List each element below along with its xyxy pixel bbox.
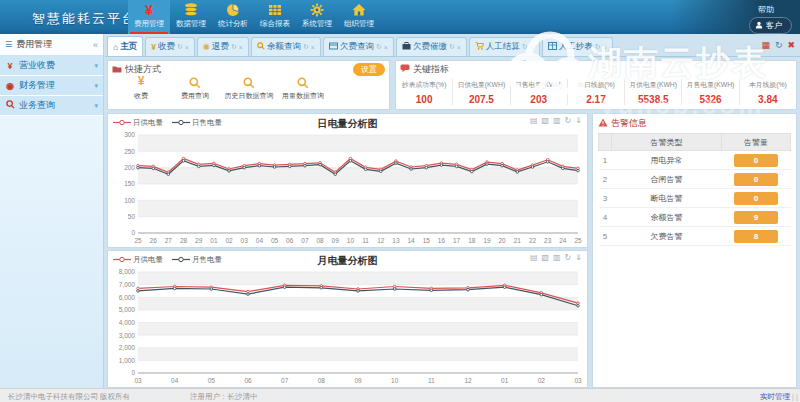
svg-text:5,000: 5,000 [119, 306, 136, 313]
nav-item-fee-management[interactable]: ¥ 费用管理 [128, 0, 170, 34]
indicator-day-supply: 日供电量(KWH) 207.5 [452, 79, 509, 105]
tab-close-icon[interactable]: × [239, 44, 243, 51]
tab-manual-reading[interactable]: 人工抄表 ↻ × [542, 37, 613, 56]
indicator-value: 5538.5 [625, 94, 681, 105]
tab-label: 欠费查询 [340, 41, 374, 53]
restore-icon[interactable]: ↻ [565, 116, 572, 125]
legend-item[interactable]: 月供电量 [113, 255, 163, 265]
tab-refresh-icon[interactable]: ↻ [595, 43, 601, 51]
legend-marker [172, 256, 190, 265]
tab-refresh-icon[interactable]: ↻ [303, 43, 309, 51]
tab-refund[interactable]: ❋ 退费 ↻ × [197, 37, 249, 56]
quick-item-label: 收费 [134, 92, 148, 99]
bar-chart-icon[interactable]: ▥ [553, 253, 561, 262]
indicator-value: 100 [396, 94, 452, 105]
tab-label: 余额查询 [267, 41, 301, 53]
table-row[interactable]: 1 用电异常 0 [599, 151, 791, 170]
download-icon[interactable]: ⇓ [575, 116, 582, 125]
tab-refresh-icon[interactable]: ↻ [376, 43, 382, 51]
tab-manual-settlement[interactable]: 人工结算 ↻ × [469, 37, 540, 56]
svg-text:25: 25 [574, 237, 582, 244]
table-row[interactable]: 4 余额告警 9 [599, 208, 791, 227]
bar-chart-icon[interactable]: ▥ [553, 116, 561, 125]
legend-item[interactable]: 月售电量 [172, 255, 222, 265]
tab-close-icon[interactable]: × [530, 44, 534, 51]
grid-icon [548, 42, 557, 52]
legend-marker [113, 119, 131, 128]
alarm-row-num: 1 [599, 151, 612, 170]
help-link[interactable]: 帮助 [758, 4, 774, 15]
dataview-icon[interactable]: ▤ [530, 116, 538, 125]
tab-bar: ⌂ 主页 ¥ 收费 ↻ × ❋ 退费 ↻ × 余额查询 ↻ × 欠费查询 [105, 36, 800, 57]
indicators-panel-title: 关键指标 [413, 63, 449, 76]
line-chart-icon[interactable]: ▧ [541, 116, 549, 125]
svg-text:12: 12 [377, 237, 385, 244]
svg-text:14: 14 [407, 237, 415, 244]
table-row[interactable]: 3 断电告警 0 [599, 189, 791, 208]
svg-text:02: 02 [538, 377, 546, 384]
settings-button[interactable]: 设置 [353, 63, 385, 76]
download-icon[interactable]: ⇓ [575, 253, 582, 262]
svg-text:02: 02 [225, 237, 233, 244]
line-chart-icon[interactable]: ▧ [541, 253, 549, 262]
nav-item-data-management[interactable]: 数据管理 [170, 0, 212, 34]
svg-text:04: 04 [256, 237, 264, 244]
svg-text:05: 05 [271, 237, 279, 244]
menu-icon: ☰ [5, 40, 12, 49]
grid-control-icon[interactable]: ▦ [761, 40, 770, 50]
alarm-row-type: 合闸告警 [612, 170, 722, 189]
tab-close-icon[interactable]: × [311, 44, 315, 51]
status-bar: 长沙清中电子科技有限公司 版权所有 注册用户：长沙清中 实时管理 | | [0, 388, 800, 402]
nav-label: 系统管理 [296, 19, 338, 29]
alarm-count-badge: 8 [734, 230, 778, 243]
svg-text:23: 23 [544, 237, 552, 244]
tab-refresh-icon[interactable]: ↻ [449, 43, 455, 51]
svg-text:100: 100 [124, 197, 135, 204]
nav-item-reports[interactable]: 综合报表 [254, 0, 296, 34]
restore-icon[interactable]: ↻ [565, 253, 572, 262]
quick-item-charge[interactable]: ¥ 收费 [114, 77, 168, 100]
user-button[interactable]: 客户 [749, 17, 792, 34]
tab-refresh-icon[interactable]: ↻ [231, 43, 237, 51]
chevron-down-icon: ▾ [94, 102, 98, 110]
nav-item-system[interactable]: 系统管理 [296, 0, 338, 34]
tab-close-icon[interactable]: × [457, 44, 461, 51]
sidebar: ☰ 费用管理 « ¥ 营业收费 ▾ ◉ 财务管理 ▾ 业务查询 ▾ [0, 34, 104, 388]
tab-charge[interactable]: ¥ 收费 ↻ × [145, 37, 195, 56]
close-icon[interactable]: ✖ [787, 40, 795, 50]
tab-refresh-icon[interactable]: ↻ [177, 43, 183, 51]
footer-link[interactable]: 实时管理 [760, 392, 790, 402]
table-row[interactable]: 5 欠费告警 8 [599, 227, 791, 246]
tab-close-icon[interactable]: × [185, 44, 189, 51]
quick-items: ¥ 收费 费用查询 历史日数据查询 用量数据查询 [108, 76, 389, 100]
svg-text:04: 04 [171, 377, 179, 384]
tab-label: 人工抄表 [559, 41, 593, 53]
pie-chart-icon [212, 0, 254, 19]
nav-item-organization[interactable]: 组织管理 [338, 0, 380, 34]
briefcase-icon [402, 42, 411, 52]
nav-item-statistics[interactable]: 统计分析 [212, 0, 254, 34]
tab-balance-query[interactable]: 余额查询 ↻ × [251, 37, 321, 56]
quick-item-usage-query[interactable]: 用量数据查询 [276, 77, 330, 100]
sidebar-item-billing[interactable]: ¥ 营业收费 ▾ [0, 56, 103, 76]
table-row[interactable]: 2 合闸告警 0 [599, 170, 791, 189]
chart-toolbox: ▤ ▧ ▥ ↻ ⇓ [530, 253, 582, 262]
collapse-icon[interactable]: « [93, 40, 98, 50]
dataview-icon[interactable]: ▤ [530, 253, 538, 262]
tab-arrears-query[interactable]: 欠费查询 ↻ × [323, 37, 394, 56]
quick-item-history-query[interactable]: 历史日数据查询 [222, 77, 276, 100]
tab-close-icon[interactable]: × [603, 44, 607, 51]
sidebar-item-query[interactable]: 业务查询 ▾ [0, 96, 103, 116]
legend-item[interactable]: 日售电量 [172, 118, 222, 128]
tab-arrears-collection[interactable]: 欠费催缴 ↻ × [396, 37, 467, 56]
indicator-month-loss: 本月线损(%) 3.84 [739, 79, 796, 105]
flower-icon: ❋ [203, 42, 210, 52]
tab-home[interactable]: ⌂ 主页 [107, 36, 143, 56]
tab-close-icon[interactable]: × [384, 44, 388, 51]
indicator-day-sale: 日售电量(KWH) 203 [510, 79, 567, 105]
tab-refresh-icon[interactable]: ↻ [522, 43, 528, 51]
refresh-icon[interactable]: ↻ [775, 40, 783, 50]
sidebar-item-finance[interactable]: ◉ 财务管理 ▾ [0, 76, 103, 96]
legend-item[interactable]: 日供电量 [113, 118, 163, 128]
quick-item-fee-query[interactable]: 费用查询 [168, 77, 222, 100]
